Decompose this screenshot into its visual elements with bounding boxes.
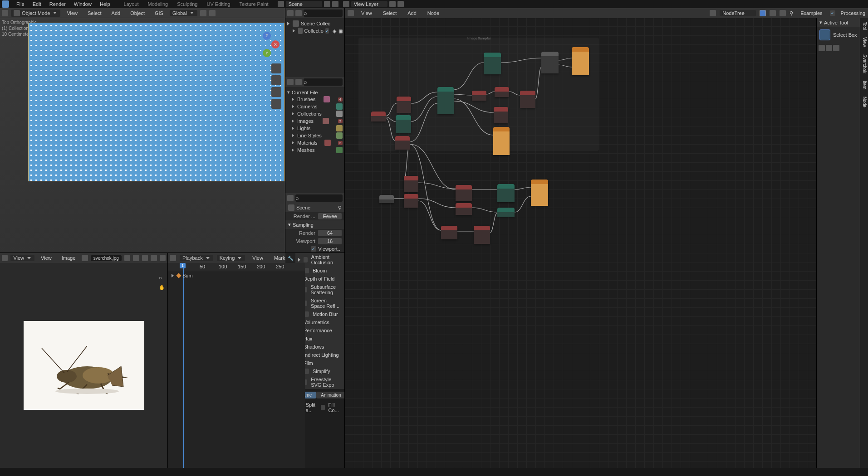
ne-menu-node[interactable]: Node	[424, 10, 443, 17]
viewlayer-new-icon[interactable]	[389, 1, 396, 7]
summary-row[interactable]: Sum	[172, 273, 193, 278]
animation-button[interactable]: Animation	[316, 392, 344, 398]
mode-dropdown[interactable]: Object Mode	[11, 10, 60, 17]
tl-keying-menu[interactable]: Keying	[217, 255, 245, 261]
category-row[interactable]: Cameras	[286, 103, 343, 110]
ne-menu-view[interactable]: View	[358, 10, 376, 17]
blender-logo-icon[interactable]	[2, 0, 9, 8]
node-editor-type-icon[interactable]	[348, 10, 354, 16]
sverchok-node[interactable]	[484, 53, 501, 74]
viewlayer-field[interactable]: View Layer	[351, 1, 387, 7]
sampling-header[interactable]: ▾Sampling	[285, 220, 344, 229]
image-canvas[interactable]	[0, 263, 167, 468]
sverchok-node[interactable]	[371, 112, 386, 121]
image-icon[interactable]	[82, 255, 88, 261]
sverchok-node[interactable]	[531, 180, 548, 206]
pin-icon[interactable]: ⚲	[790, 10, 793, 16]
tab-sculpting[interactable]: Sculpting	[172, 0, 202, 8]
outliner-mode-icon[interactable]	[295, 10, 302, 16]
3d-viewport[interactable]: Object Mode View Select Add Object GIS G…	[0, 8, 285, 253]
pan-tool-icon[interactable]	[271, 75, 281, 85]
tab-modeling[interactable]: Modeling	[143, 0, 173, 8]
category-row[interactable]: Meshes	[286, 146, 343, 154]
playhead[interactable]	[183, 263, 184, 468]
img-view-menu[interactable]: View	[10, 255, 34, 261]
viewlayer-del-icon[interactable]	[397, 1, 404, 7]
ptab-tool-icon[interactable]: 🔧	[285, 253, 295, 263]
axis-z-icon[interactable]: Z	[263, 32, 271, 40]
tool-opt-3-icon[interactable]	[833, 45, 839, 51]
nodetree-name-field[interactable]: NodeTree	[720, 10, 756, 16]
active-tool-header[interactable]: ▾Active Tool	[817, 18, 860, 27]
sverchok-node[interactable]	[379, 195, 394, 203]
scene-new-icon[interactable]	[324, 1, 330, 7]
vp-menu-select[interactable]: Select	[84, 10, 105, 17]
sverchok-node[interactable]	[395, 136, 410, 150]
axis-x-icon[interactable]: X	[271, 40, 280, 49]
img-menu-image[interactable]: Image	[58, 254, 79, 262]
sverchok-node[interactable]	[474, 226, 490, 244]
menu-file[interactable]: File	[13, 0, 28, 8]
img-menu-view[interactable]: View	[37, 254, 55, 262]
sidebar-tab-tool[interactable]: Tool	[860, 18, 868, 34]
sverchok-node[interactable]	[441, 226, 457, 239]
collection-check[interactable]	[325, 28, 329, 34]
viewlayer-icon[interactable]	[343, 1, 349, 7]
sverchok-node[interactable]	[495, 87, 509, 97]
section-check[interactable]	[304, 257, 308, 262]
sverchok-node[interactable]	[493, 127, 510, 155]
sverchok-node[interactable]	[397, 97, 411, 113]
collection-row[interactable]: Collectio ◉ ▣	[286, 27, 343, 34]
zoom-tool-icon[interactable]	[271, 63, 281, 73]
orientation-dropdown[interactable]: Global	[170, 10, 197, 16]
vp-menu-view[interactable]: View	[63, 10, 81, 17]
props-type-icon[interactable]	[287, 195, 294, 201]
engine-dropdown[interactable]: Eevee	[318, 213, 342, 219]
blendfile-search[interactable]	[304, 78, 343, 86]
timeline-type-icon[interactable]	[170, 255, 176, 261]
tl-menu-view[interactable]: View	[249, 254, 267, 262]
sverchok-node[interactable]	[472, 91, 486, 101]
category-row[interactable]: Images2	[286, 117, 343, 125]
vp-menu-object[interactable]: Object	[127, 10, 148, 17]
category-row[interactable]: Line Styles	[286, 132, 343, 139]
eye-icon[interactable]: ◉	[333, 29, 337, 34]
blendfile-mode-icon[interactable]	[295, 79, 302, 85]
axis-y-icon[interactable]: Y	[263, 49, 271, 57]
blendfile-type-icon[interactable]	[287, 79, 294, 85]
sverchok-node[interactable]	[437, 87, 454, 114]
nodetree-icon[interactable]	[710, 10, 716, 16]
sverchok-node[interactable]	[497, 184, 515, 202]
image-open-icon[interactable]	[142, 255, 148, 261]
sidebar-tab-node[interactable]: Node	[860, 93, 868, 111]
scene-name-field[interactable]: Scene	[286, 1, 322, 7]
snap-icon[interactable]	[200, 10, 206, 16]
sverchok-node[interactable]	[404, 176, 418, 192]
perspective-tool-icon[interactable]	[271, 99, 281, 109]
image-del-icon[interactable]	[151, 255, 157, 261]
zoom-icon[interactable]: ⌕	[159, 275, 162, 280]
category-row[interactable]: Collections	[286, 110, 343, 117]
select-box-tool[interactable]: Select Box	[817, 27, 860, 43]
viewport-samples-field[interactable]: 16	[318, 238, 342, 244]
sverchok-node[interactable]	[396, 115, 411, 133]
menu-render[interactable]: Render	[46, 0, 69, 8]
nodetree-del-icon[interactable]	[780, 10, 786, 16]
image-new-icon[interactable]	[133, 255, 139, 261]
sverchok-node[interactable]	[497, 208, 515, 217]
timeline-canvas[interactable]: 50 100 150 200 250 Sum ⌕ ✋	[168, 263, 305, 468]
mesh-grid-object[interactable]	[28, 23, 284, 181]
ne-menu-select[interactable]: Select	[379, 10, 401, 17]
sidebar-tab-sverchok[interactable]: Sverchok	[860, 51, 868, 77]
vp-menu-add[interactable]: Add	[108, 10, 124, 17]
sverchok-node[interactable]	[541, 52, 559, 73]
category-row[interactable]: Lights	[286, 125, 343, 132]
node-editor[interactable]: View Select Add Node NodeTree ⚲ Examples…	[344, 8, 868, 468]
tab-layout[interactable]: Layout	[119, 0, 143, 8]
tab-uvediting[interactable]: UV Editing	[202, 0, 235, 8]
image-editor-type-icon[interactable]	[2, 255, 8, 261]
current-file-row[interactable]: ▾Current File	[286, 89, 343, 96]
image-refresh-icon[interactable]	[160, 255, 166, 261]
proportional-icon[interactable]	[209, 10, 216, 16]
menu-window[interactable]: Window	[70, 0, 95, 8]
